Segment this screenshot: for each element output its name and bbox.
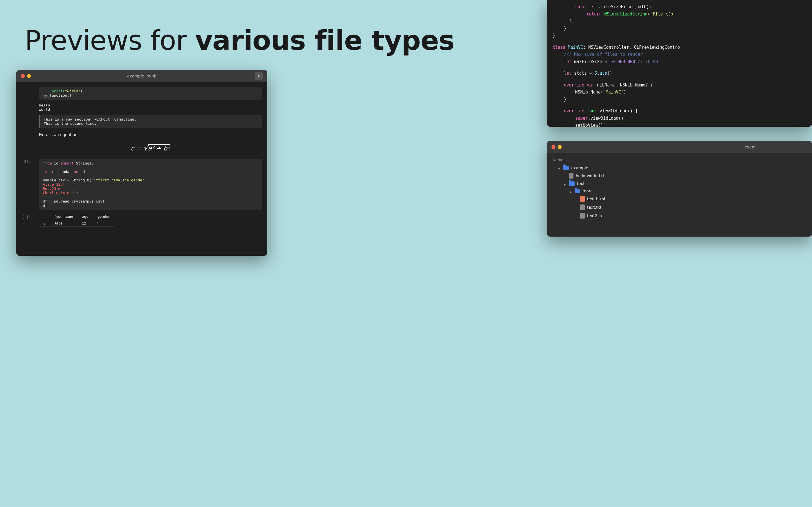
list-item[interactable]: hello-world.txt [547,172,812,180]
item-label: example [571,166,588,170]
fb-minimize-button[interactable] [558,145,562,149]
filebrowser-body: Name example hello-world.txt text more [547,153,812,223]
window-controls [21,74,31,78]
window-title: example.ipynb [127,74,156,78]
minimize-button[interactable] [27,74,31,78]
code-block-1: print("world") my_function() [39,87,262,100]
notebook-cell-2: [2]: from io import StringIO import pand… [16,157,267,212]
chevron-down-icon [558,166,561,169]
chevron-down-icon [569,189,572,192]
list-item[interactable]: more [547,187,812,194]
folder-icon [569,181,574,186]
file-icon [580,205,585,210]
folder-icon [574,189,580,193]
item-label: text2.txt [587,214,604,218]
dataframe-table: first_name age gender 0 Alice 12 f [39,213,114,227]
fb-close-button[interactable] [552,145,555,149]
notebook-output-1: Hello world [16,102,267,113]
list-item[interactable]: text.txt [547,203,812,212]
item-label: text.html [587,196,605,201]
code-window: case let .fileSizeError(path): return NS… [547,0,812,127]
file-icon [569,173,573,179]
code-window-body: case let .fileSizeError(path): return NS… [547,0,812,127]
close-button[interactable] [21,74,25,78]
item-label: text.txt [587,205,601,210]
notebook-output-table: [2]: first_name age gender 0 [16,212,267,229]
filebrowser-window: exam Name example hello-world.txt text m… [547,141,812,237]
list-item[interactable]: text.html [547,194,812,203]
item-label: hello-world.txt [576,173,604,178]
notebook-equation: c = √a² + b² [16,139,267,157]
code-block-2: from io import StringIO import pandas as… [39,159,262,210]
fb-column-header: Name [547,157,812,164]
filebrowser-titlebar: exam [547,141,812,153]
item-label: text [577,181,585,186]
notebook-cell-1: print("world") my_function() [16,84,267,102]
notebook-window: example.ipynb ⬆ print("world") my_functi… [16,70,267,256]
list-item[interactable]: text2.txt [547,212,812,220]
notebook-markdown: Here is an equation: [16,130,267,139]
folder-icon [563,166,569,170]
file-html-icon [580,196,585,202]
share-button[interactable]: ⬆ [255,72,263,80]
list-item[interactable]: example [547,164,812,172]
list-item[interactable]: text [547,180,812,187]
table-row: 0 Alice 12 f [39,220,114,227]
notebook-body: print("world") my_function() Hello world… [16,82,267,256]
filebrowser-title: exam [745,145,756,149]
item-label: more [582,189,593,193]
chevron-down-icon [564,182,567,185]
notebook-raw: This is a raw section, without formattin… [16,113,267,130]
window-titlebar: example.ipynb ⬆ [16,70,267,82]
hero-text: Previews for various file types [25,25,455,56]
file-icon [580,213,585,219]
